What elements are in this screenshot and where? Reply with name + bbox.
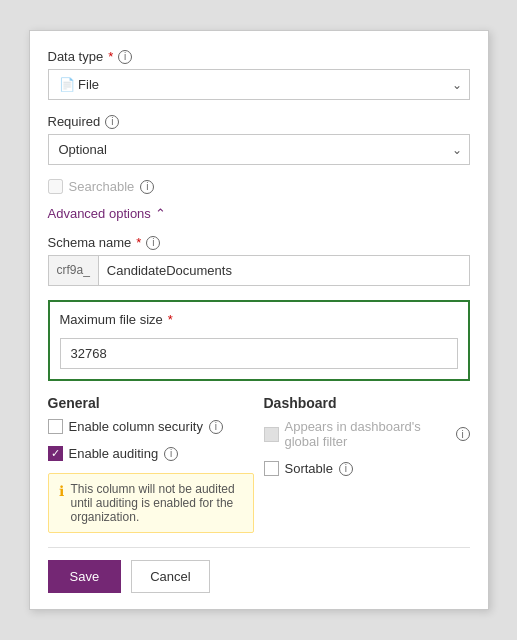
enable-column-security-row: Enable column security i (48, 419, 254, 434)
notice-info-icon: ℹ (59, 483, 64, 499)
auditing-notice-box: ℹ This column will not be audited until … (48, 473, 254, 533)
dashboard-section: Dashboard Appears in dashboard's global … (264, 395, 470, 533)
sortable-checkbox[interactable] (264, 461, 279, 476)
dashboard-title: Dashboard (264, 395, 470, 411)
global-filter-checkbox (264, 427, 279, 442)
save-button[interactable]: Save (48, 560, 122, 593)
schema-name-label: Schema name * i (48, 235, 470, 250)
sortable-info-icon[interactable]: i (339, 462, 353, 476)
searchable-row: Searchable i (48, 179, 470, 194)
schema-name-row: crf9a_ (48, 255, 470, 286)
global-filter-label: Appears in dashboard's global filter (285, 419, 450, 449)
required-text: Required (48, 114, 101, 129)
max-file-size-label: Maximum file size * (60, 312, 458, 327)
max-file-size-text: Maximum file size (60, 312, 163, 327)
max-file-required-star: * (168, 312, 173, 327)
searchable-label: Searchable (69, 179, 135, 194)
advanced-options-toggle[interactable]: Advanced options ⌃ (48, 206, 166, 221)
data-type-label: Data type * i (48, 49, 470, 64)
schema-name-info-icon[interactable]: i (146, 236, 160, 250)
settings-panel: Data type * i 📄 File ⌄ Required i Option… (29, 30, 489, 610)
enable-auditing-label: Enable auditing (69, 446, 159, 461)
enable-column-security-label: Enable column security (69, 419, 203, 434)
general-section: General Enable column security i ✓ Enabl… (48, 395, 254, 533)
required-star: * (108, 49, 113, 64)
cancel-button[interactable]: Cancel (131, 560, 209, 593)
two-col-section: General Enable column security i ✓ Enabl… (48, 395, 470, 533)
advanced-options-label: Advanced options (48, 206, 151, 221)
searchable-info-icon[interactable]: i (140, 180, 154, 194)
enable-column-security-checkbox[interactable] (48, 419, 63, 434)
advanced-options-chevron-icon: ⌃ (155, 206, 166, 221)
enable-auditing-checkbox[interactable]: ✓ (48, 446, 63, 461)
required-info-icon[interactable]: i (105, 115, 119, 129)
schema-required-star: * (136, 235, 141, 250)
max-file-size-box: Maximum file size * (48, 300, 470, 381)
max-file-size-input[interactable] (60, 338, 458, 369)
enable-column-security-info-icon[interactable]: i (209, 420, 223, 434)
general-title: General (48, 395, 254, 411)
data-type-info-icon[interactable]: i (118, 50, 132, 64)
enable-auditing-info-icon[interactable]: i (164, 447, 178, 461)
schema-name-input[interactable] (99, 256, 469, 285)
footer-bar: Save Cancel (48, 547, 470, 593)
required-label: Required i (48, 114, 470, 129)
schema-name-text: Schema name (48, 235, 132, 250)
data-type-select[interactable]: 📄 File (48, 69, 470, 100)
required-select[interactable]: Optional Required (48, 134, 470, 165)
schema-prefix: crf9a_ (49, 256, 99, 285)
sortable-label: Sortable (285, 461, 333, 476)
auditing-checkmark: ✓ (51, 447, 60, 460)
global-filter-info-icon[interactable]: i (456, 427, 470, 441)
data-type-text: Data type (48, 49, 104, 64)
data-type-select-wrapper: 📄 File ⌄ (48, 69, 470, 100)
global-filter-row: Appears in dashboard's global filter i (264, 419, 470, 449)
max-file-size-section: Maximum file size * (48, 300, 470, 381)
searchable-checkbox[interactable] (48, 179, 63, 194)
required-select-wrapper: Optional Required ⌄ (48, 134, 470, 165)
auditing-notice-text: This column will not be audited until au… (71, 482, 243, 524)
enable-auditing-row: ✓ Enable auditing i (48, 446, 254, 461)
sortable-row: Sortable i (264, 461, 470, 476)
